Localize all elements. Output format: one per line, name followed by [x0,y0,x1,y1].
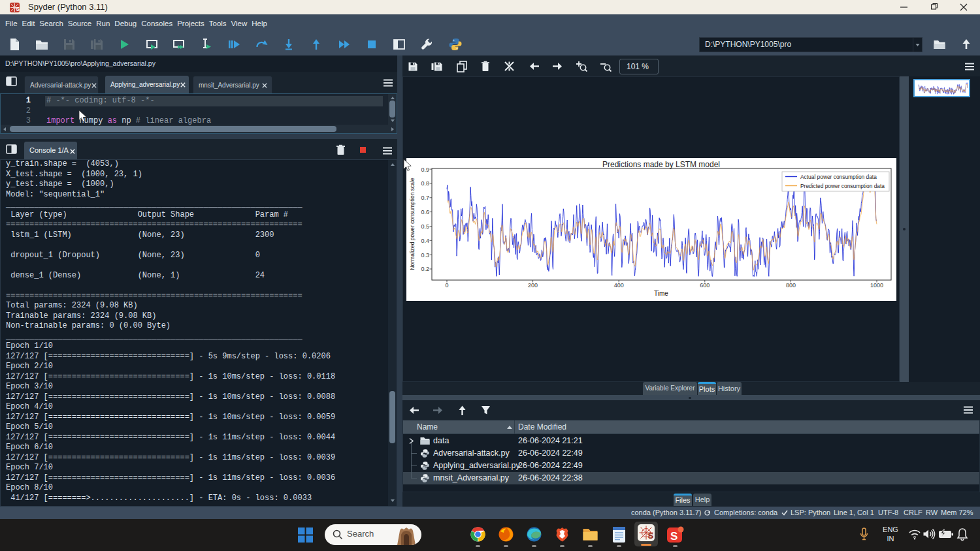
svg-text:Actual power consumption data: Actual power consumption data [800,174,877,180]
svg-text:0.7: 0.7 [421,195,429,201]
svg-text:1000: 1000 [870,282,883,289]
svg-text:Time: Time [654,290,668,297]
svg-text:0.2: 0.2 [421,266,429,272]
svg-text:0.9: 0.9 [421,166,429,173]
svg-text:0.6: 0.6 [421,209,429,215]
svg-text:S: S [648,531,654,541]
svg-text:200: 200 [528,282,538,289]
svg-text:800: 800 [786,282,796,289]
svg-text:Predicted power consumption da: Predicted power consumption data [800,183,885,189]
svg-text:0: 0 [445,282,448,289]
svg-text:Predictions made by LSTM model: Predictions made by LSTM model [602,160,720,169]
svg-text:0.5: 0.5 [421,223,429,230]
svg-text:S: S [16,6,20,12]
svg-text:0.8: 0.8 [421,180,429,187]
svg-text:0.3: 0.3 [421,252,429,259]
svg-text:S: S [670,530,678,543]
svg-text:Normalized power consumption s: Normalized power consumption scale [409,178,416,270]
svg-text:400: 400 [614,282,624,289]
svg-text:600: 600 [700,282,710,289]
svg-text:0.4: 0.4 [421,238,429,244]
